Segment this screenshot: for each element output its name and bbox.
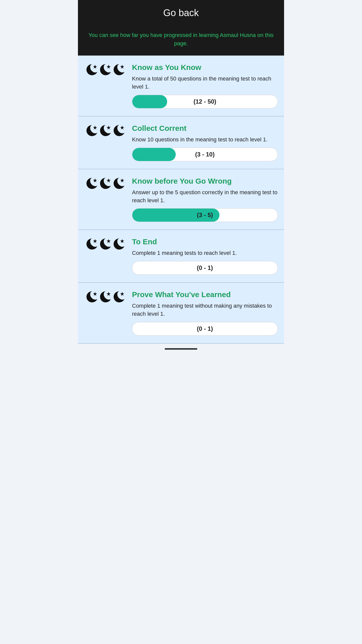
svg-marker-12 bbox=[93, 292, 97, 296]
moon-svg-2 bbox=[113, 124, 126, 137]
moon-wrap-2 bbox=[113, 237, 126, 252]
moon-wrap-1 bbox=[99, 237, 112, 252]
moon-wrap-0 bbox=[85, 237, 99, 252]
achievement-desc-know-before-you-go-wrong: Answer up to the 5 question correctly in… bbox=[132, 188, 278, 205]
achievement-desc-know-as-you-know: Know a total of 50 questions in the mean… bbox=[132, 75, 278, 91]
progress-fill-know-as-you-know bbox=[132, 95, 167, 108]
moon-svg-1 bbox=[99, 237, 112, 251]
achievement-title-to-end: To End bbox=[132, 237, 278, 246]
svg-marker-8 bbox=[120, 178, 124, 182]
moon-wrap-0 bbox=[85, 290, 99, 304]
achievement-card-collect-corrent: Collect CorrentKnow 10 questions in the … bbox=[78, 116, 284, 169]
moon-svg-1 bbox=[99, 177, 112, 190]
moon-wrap-2 bbox=[113, 63, 126, 77]
subtitle-bar: You can see how far you have progressed … bbox=[78, 26, 284, 56]
home-indicator bbox=[78, 344, 284, 354]
achievement-card-know-before-you-go-wrong: Know before You Go WrongAnswer up to the… bbox=[78, 169, 284, 230]
achievement-title-collect-corrent: Collect Corrent bbox=[132, 124, 278, 133]
icon-area-know-before-you-go-wrong bbox=[84, 177, 127, 191]
moon-svg-2 bbox=[113, 290, 126, 303]
svg-marker-5 bbox=[120, 126, 124, 130]
icon-area-collect-corrent bbox=[84, 124, 127, 138]
moon-group bbox=[85, 124, 126, 138]
moon-svg-0 bbox=[85, 63, 99, 76]
icon-area-know-as-you-know bbox=[84, 63, 127, 77]
achievement-card-know-as-you-know: Know as You KnowKnow a total of 50 quest… bbox=[78, 56, 284, 116]
progress-bar-prove-what-youve-learned: (0 - 1) bbox=[132, 322, 278, 336]
moon-svg-2 bbox=[113, 63, 126, 76]
moon-svg-0 bbox=[85, 290, 99, 303]
progress-label-collect-corrent: (3 - 10) bbox=[195, 151, 214, 158]
svg-marker-7 bbox=[107, 178, 111, 182]
content-area-to-end: To EndComplete 1 meaning tests to reach … bbox=[132, 237, 278, 275]
progress-label-know-before-you-go-wrong: (3 - 5) bbox=[197, 212, 213, 219]
moon-wrap-0 bbox=[85, 63, 99, 77]
moon-group bbox=[85, 177, 126, 191]
moon-svg-1 bbox=[99, 290, 112, 303]
achievements-container: Know as You KnowKnow a total of 50 quest… bbox=[78, 56, 284, 344]
moon-wrap-2 bbox=[113, 290, 126, 304]
progress-bar-know-before-you-go-wrong: (3 - 5) bbox=[132, 208, 278, 222]
moon-svg-1 bbox=[99, 63, 112, 76]
content-area-know-before-you-go-wrong: Know before You Go WrongAnswer up to the… bbox=[132, 177, 278, 222]
svg-marker-6 bbox=[93, 178, 97, 182]
moon-svg-2 bbox=[113, 237, 126, 251]
moon-wrap-2 bbox=[113, 177, 126, 191]
moon-wrap-1 bbox=[99, 124, 112, 138]
moon-group bbox=[85, 63, 126, 77]
svg-marker-0 bbox=[93, 65, 97, 69]
progress-bar-collect-corrent: (3 - 10) bbox=[132, 148, 278, 161]
home-bar bbox=[165, 348, 197, 350]
achievement-card-prove-what-youve-learned: Prove What You've LearnedComplete 1 mean… bbox=[78, 283, 284, 344]
achievement-title-know-as-you-know: Know as You Know bbox=[132, 63, 278, 72]
svg-marker-4 bbox=[107, 126, 111, 130]
svg-marker-2 bbox=[120, 65, 124, 69]
moon-wrap-1 bbox=[99, 63, 112, 77]
header-title: Go back bbox=[163, 8, 199, 18]
svg-marker-10 bbox=[107, 239, 111, 243]
progress-label-to-end: (0 - 1) bbox=[197, 264, 213, 271]
achievement-title-prove-what-youve-learned: Prove What You've Learned bbox=[132, 290, 278, 299]
header: Go back bbox=[78, 0, 284, 26]
moon-wrap-0 bbox=[85, 124, 99, 138]
moon-svg-2 bbox=[113, 177, 126, 190]
icon-area-to-end bbox=[84, 237, 127, 252]
subtitle-text: You can see how far you have progressed … bbox=[88, 32, 274, 47]
content-area-know-as-you-know: Know as You KnowKnow a total of 50 quest… bbox=[132, 63, 278, 108]
content-area-collect-corrent: Collect CorrentKnow 10 questions in the … bbox=[132, 124, 278, 161]
icon-area-prove-what-youve-learned bbox=[84, 290, 127, 304]
moon-wrap-1 bbox=[99, 290, 112, 304]
moon-svg-0 bbox=[85, 177, 99, 190]
svg-marker-11 bbox=[120, 239, 124, 243]
moon-wrap-0 bbox=[85, 177, 99, 191]
content-area-prove-what-youve-learned: Prove What You've LearnedComplete 1 mean… bbox=[132, 290, 278, 336]
moon-group bbox=[85, 237, 126, 252]
progress-label-know-as-you-know: (12 - 50) bbox=[194, 98, 216, 105]
moon-svg-0 bbox=[85, 124, 99, 137]
achievement-desc-prove-what-youve-learned: Complete 1 meaning test without making a… bbox=[132, 302, 278, 318]
svg-marker-13 bbox=[107, 292, 111, 296]
svg-marker-9 bbox=[93, 239, 97, 243]
moon-svg-0 bbox=[85, 237, 99, 251]
achievement-desc-collect-corrent: Know 10 questions in the meaning test to… bbox=[132, 136, 278, 144]
moon-wrap-2 bbox=[113, 124, 126, 138]
progress-fill-collect-corrent bbox=[132, 148, 176, 161]
achievement-desc-to-end: Complete 1 meaning tests to reach level … bbox=[132, 249, 278, 257]
progress-bar-know-as-you-know: (12 - 50) bbox=[132, 95, 278, 108]
achievement-title-know-before-you-go-wrong: Know before You Go Wrong bbox=[132, 177, 278, 185]
svg-marker-1 bbox=[107, 65, 111, 69]
svg-marker-3 bbox=[93, 126, 97, 130]
progress-bar-to-end: (0 - 1) bbox=[132, 261, 278, 275]
moon-svg-1 bbox=[99, 124, 112, 137]
progress-label-prove-what-youve-learned: (0 - 1) bbox=[197, 325, 213, 332]
moon-group bbox=[85, 290, 126, 304]
svg-marker-14 bbox=[120, 292, 124, 296]
moon-wrap-1 bbox=[99, 177, 112, 191]
achievement-card-to-end: To EndComplete 1 meaning tests to reach … bbox=[78, 230, 284, 283]
